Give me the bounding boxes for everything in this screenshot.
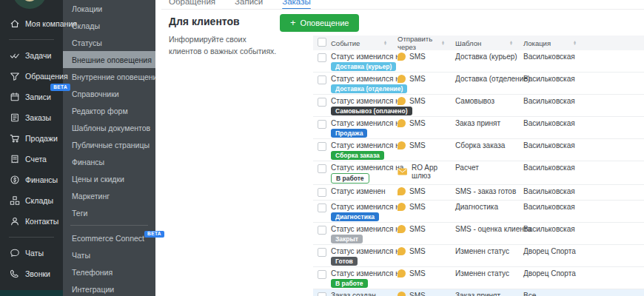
- table-row[interactable]: Статус изменился на Диагностика SMS Диаг…: [313, 201, 644, 223]
- status-badge: Самовывоз (оплачено): [331, 107, 412, 115]
- submenu-item-statuses[interactable]: Статусы: [63, 34, 155, 51]
- submenu-item-marketing[interactable]: Маркетинг: [63, 187, 155, 204]
- row-checkbox[interactable]: [318, 204, 326, 212]
- sort-icon[interactable]: ▲▼: [441, 41, 445, 46]
- location-cell: Васильковская: [520, 141, 584, 149]
- channel-label: SMS: [409, 97, 426, 105]
- sidebar-item-calls[interactable]: Звонки: [0, 263, 63, 284]
- table-row[interactable]: Статус изменился на Закрыт SMS SMS - оце…: [313, 223, 644, 245]
- sidebar-item-orders[interactable]: Заказы: [0, 107, 63, 128]
- status-badge: Закрыт: [331, 235, 363, 243]
- table-row[interactable]: Статус изменился на В работе SMS Изменен…: [313, 267, 644, 289]
- submenu-item-tags[interactable]: Теги: [63, 204, 155, 221]
- beta-badge: BETA: [50, 84, 70, 91]
- table-row[interactable]: Статус изменен SMS SMS - заказ готов Вас…: [313, 185, 644, 201]
- tasks-icon: [10, 50, 20, 61]
- table-row[interactable]: Статус изменился на В работе RO App шлюз…: [313, 161, 644, 185]
- channel-cell: SMS: [395, 292, 452, 296]
- location-cell: Дворец Спорта: [520, 247, 584, 255]
- add-notification-button[interactable]: + Оповещение: [280, 14, 359, 32]
- notifications-panel: + Оповещение Событие ▲▼ Отправить через …: [280, 14, 644, 296]
- status-badge: Сборка заказа: [331, 151, 384, 160]
- row-checkbox[interactable]: [318, 142, 326, 151]
- location-cell: Васильковская: [520, 97, 584, 105]
- sms-bubble-icon: [398, 203, 406, 211]
- submenu-item-finance[interactable]: Финансы: [63, 153, 155, 170]
- location-cell: Васильковская: [520, 53, 584, 61]
- warehouse-icon: [10, 195, 20, 206]
- profile-strip[interactable]: [0, 290, 63, 296]
- submenu-item-prices-discounts[interactable]: Цены и скидки: [63, 170, 155, 187]
- submenu-item-form-editor[interactable]: Редактор форм: [63, 102, 155, 119]
- status-badge: В работе: [331, 279, 368, 288]
- submenu-item-public-pages[interactable]: Публичные страницы: [63, 136, 155, 153]
- location-cell: Все: [520, 292, 584, 296]
- location-cell: Васильковская: [520, 164, 584, 172]
- template-cell: Заказ принят: [452, 292, 520, 296]
- table-row[interactable]: Статус изменился на Самовывоз (оплачено)…: [313, 95, 644, 117]
- event-cell: Статус изменился на Доставка (курьер): [331, 53, 395, 72]
- row-checkbox[interactable]: [318, 226, 326, 235]
- app-window: Моя компания Задачи Обращения Записи BET…: [0, 0, 644, 296]
- row-checkbox[interactable]: [318, 188, 326, 197]
- select-all-checkbox[interactable]: [318, 38, 326, 47]
- row-checkbox[interactable]: [318, 248, 326, 257]
- table-row[interactable]: Заказ создан SMS Заказ принят Все: [313, 289, 644, 296]
- submenu-item-ecommerce-connect[interactable]: Ecommerce Connect BETA: [63, 229, 155, 246]
- sms-bubble-icon: [398, 97, 406, 105]
- location-cell: Васильковская: [520, 187, 584, 195]
- orders-icon: [10, 112, 20, 123]
- template-cell: Изменен статус: [452, 247, 520, 255]
- event-text: Статус изменился на: [331, 97, 395, 105]
- app-logo[interactable]: [13, 0, 47, 9]
- sidebar-item-my-company[interactable]: Моя компания: [0, 13, 63, 34]
- sidebar-item-sales[interactable]: Продажи: [0, 128, 63, 149]
- sort-icon[interactable]: ▲▼: [509, 41, 513, 46]
- template-cell: Сборка заказа: [452, 141, 520, 149]
- submenu-item-telephony[interactable]: Телефония: [63, 263, 155, 280]
- add-notification-label: Оповещение: [301, 18, 349, 27]
- submenu-item-integrations[interactable]: Интеграции: [63, 280, 155, 296]
- row-checkbox[interactable]: [318, 75, 326, 84]
- submenu-item-locations[interactable]: Локации: [63, 0, 155, 17]
- template-cell: Заказ принят: [452, 119, 520, 127]
- tab-bar: Обращения Записи Заказы: [161, 0, 644, 10]
- table-header: Событие ▲▼ Отправить через ▲▼ Шаблон ▲▼ …: [313, 36, 644, 50]
- sort-icon[interactable]: ▲▼: [573, 41, 577, 46]
- submenu-item-internal-notifications[interactable]: Внутренние оповещения: [63, 68, 155, 85]
- tab-records[interactable]: Записи: [235, 0, 263, 10]
- template-cell: Диагностика: [452, 203, 520, 211]
- row-checkbox[interactable]: [318, 120, 326, 129]
- table-row[interactable]: Статус изменился на Сборка заказа SMS Сб…: [313, 139, 644, 161]
- template-cell: SMS - оценка клиента: [452, 225, 520, 233]
- table-row[interactable]: Статус изменился на Продажа SMS Заказ пр…: [313, 117, 644, 139]
- submenu-item-chats[interactable]: Чаты: [63, 246, 155, 263]
- row-checkbox[interactable]: [318, 270, 326, 279]
- funnel-icon: [10, 71, 20, 81]
- submenu-item-document-templates[interactable]: Шаблоны документов: [63, 119, 155, 136]
- row-checkbox[interactable]: [318, 53, 326, 62]
- sidebar-item-invoices[interactable]: Счета: [0, 149, 63, 169]
- event-cell: Статус изменился на В работе: [331, 269, 395, 289]
- row-checkbox[interactable]: [318, 98, 326, 107]
- sidebar-item-contacts[interactable]: Контакты: [0, 211, 63, 232]
- sidebar-item-finance[interactable]: Финансы: [0, 169, 63, 190]
- event-cell: Статус изменился на Готов: [331, 247, 395, 266]
- table-row[interactable]: Статус изменился на Доставка (отделение)…: [313, 73, 644, 95]
- row-checkbox[interactable]: [318, 292, 326, 296]
- submenu-item-external-notifications[interactable]: Внешние оповещения: [63, 51, 155, 68]
- channel-cell: SMS: [395, 203, 452, 211]
- sidebar-item-warehouses[interactable]: Склады: [0, 190, 63, 211]
- section-info: Для клиентов Информируйте своих клиентов…: [161, 14, 280, 296]
- template-cell: Самовывоз: [452, 97, 520, 105]
- submenu-item-directories[interactable]: Справочники: [63, 85, 155, 102]
- sort-icon[interactable]: ▲▼: [383, 41, 387, 46]
- tab-orders[interactable]: Заказы: [282, 0, 310, 10]
- sidebar-item-records[interactable]: Записи BETA: [0, 87, 63, 107]
- table-row[interactable]: Статус изменился на Доставка (курьер) SM…: [313, 50, 644, 73]
- table-row[interactable]: Статус изменился на Готов SMS Изменен ст…: [313, 245, 644, 267]
- sidebar-item-chats[interactable]: Чаты: [0, 243, 63, 263]
- row-checkbox[interactable]: [318, 164, 326, 173]
- sidebar-item-tasks[interactable]: Задачи: [0, 45, 63, 66]
- tab-requests[interactable]: Обращения: [169, 0, 215, 10]
